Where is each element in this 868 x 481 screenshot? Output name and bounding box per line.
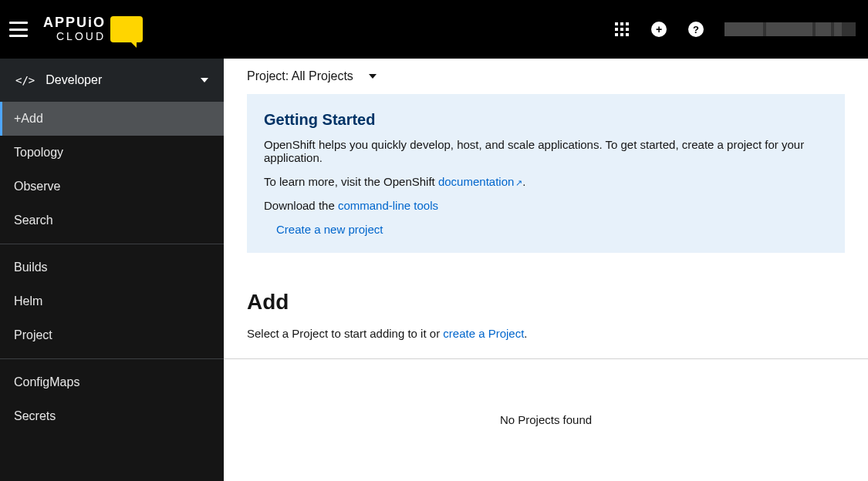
- getting-started-download: Download the command-line tools: [264, 199, 828, 212]
- sidebar-item-search[interactable]: Search: [0, 204, 224, 237]
- logo[interactable]: APPUiO CLOUD: [43, 15, 143, 42]
- sidebar-item-topology[interactable]: Topology: [0, 136, 224, 170]
- project-label: Project: All Projects: [247, 69, 353, 83]
- sidebar-item-add[interactable]: +Add: [0, 102, 224, 136]
- project-selector[interactable]: Project: All Projects: [224, 59, 868, 94]
- top-header: APPUiO CLOUD + ?: [0, 0, 868, 59]
- add-section-title: Add: [247, 290, 845, 314]
- sidebar-item-observe[interactable]: Observe: [0, 170, 224, 204]
- perspective-label: Developer: [46, 73, 102, 87]
- create-project-inline-link[interactable]: create a Project: [443, 327, 524, 340]
- getting-started-learn: To learn more, visit the OpenShift docum…: [264, 175, 828, 188]
- logo-text-bottom: CLOUD: [43, 31, 106, 42]
- sidebar-item-secrets[interactable]: Secrets: [0, 399, 224, 433]
- sidebar-item-builds[interactable]: Builds: [0, 251, 224, 284]
- hamburger-icon[interactable]: [9, 22, 28, 37]
- sidebar-item-configmaps[interactable]: ConfigMaps: [0, 365, 224, 399]
- getting-started-card: Getting Started OpenShift helps you quic…: [247, 94, 845, 253]
- sidebar-item-helm[interactable]: Helm: [0, 284, 224, 318]
- empty-state: No Projects found: [247, 413, 845, 426]
- getting-started-intro: OpenShift helps you quickly develop, hos…: [264, 138, 828, 164]
- chevron-down-icon: [201, 78, 208, 82]
- external-link-icon: ↗: [515, 178, 522, 187]
- code-icon: </>: [15, 74, 35, 86]
- logo-text-top: APPUiO: [43, 15, 106, 31]
- user-menu[interactable]: [724, 22, 856, 36]
- add-section-subtitle: Select a Project to start adding to it o…: [247, 327, 845, 340]
- perspective-switcher[interactable]: </> Developer: [0, 59, 224, 102]
- add-icon[interactable]: +: [650, 21, 667, 38]
- getting-started-title: Getting Started: [264, 111, 828, 129]
- header-right: + ?: [613, 21, 856, 38]
- cli-tools-link[interactable]: command-line tools: [338, 199, 438, 212]
- app-launcher-icon[interactable]: [613, 21, 630, 38]
- divider: [224, 358, 868, 359]
- header-left: APPUiO CLOUD: [9, 15, 143, 42]
- sidebar: </> Developer +AddTopologyObserveSearchB…: [0, 59, 224, 481]
- documentation-link[interactable]: documentation↗: [438, 175, 522, 188]
- sidebar-item-project[interactable]: Project: [0, 318, 224, 352]
- chevron-down-icon: [369, 74, 377, 79]
- help-icon[interactable]: ?: [687, 21, 704, 38]
- logo-bubble-icon: [110, 16, 143, 42]
- create-project-link[interactable]: Create a new project: [264, 223, 828, 236]
- main-content: Project: All Projects Getting Started Op…: [224, 59, 868, 481]
